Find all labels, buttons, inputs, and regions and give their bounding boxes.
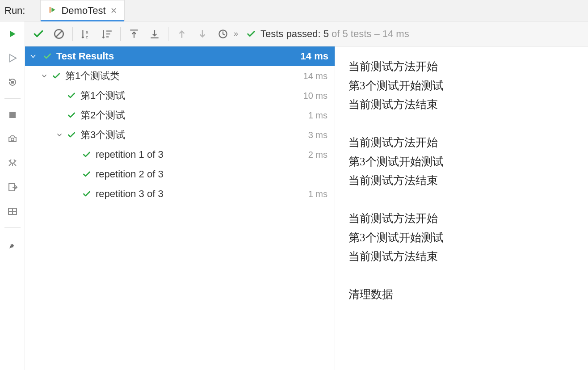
run-config-icon: [48, 5, 57, 17]
chevron-down-icon[interactable]: [29, 53, 37, 60]
expand-all-button[interactable]: [124, 25, 144, 43]
console-line: 当前测试方法结束: [349, 95, 575, 114]
tree-row-label: repetition 1 of 3: [96, 149, 164, 160]
rerun-failed-button[interactable]: [4, 74, 21, 90]
status-prefix: Tests passed: 5: [260, 28, 329, 39]
tree-row-time: 14 ms: [303, 71, 328, 81]
check-icon: [82, 170, 91, 179]
tree-row[interactable]: repetition 2 of 3: [25, 164, 335, 184]
next-failed-button[interactable]: [193, 25, 212, 43]
console-line: 当前测试方法结束: [349, 171, 575, 190]
console-output[interactable]: 当前测试方法开始第3个测试开始测试当前测试方法结束 当前测试方法开始第3个测试开…: [335, 46, 588, 370]
console-line: 第3个测试开始测试: [349, 76, 575, 96]
show-ignored-button[interactable]: [49, 25, 69, 43]
check-icon: [246, 29, 256, 39]
collapse-all-button[interactable]: [145, 25, 164, 43]
tree-row-time: 1 ms: [308, 110, 328, 121]
console-line: 当前测试方法开始: [349, 57, 575, 76]
tree-row-label: 第2个测试: [80, 109, 125, 122]
tab-bar: Run: DemoTest ✕: [0, 0, 588, 21]
check-icon: [43, 52, 52, 61]
left-toolbar: [0, 21, 25, 370]
console-line: [349, 114, 575, 134]
tree-row[interactable]: 第1个测试10 ms: [25, 86, 335, 105]
console-line: 第3个测试开始测试: [349, 152, 575, 172]
tree-row-time: 10 ms: [303, 91, 328, 101]
show-passed-button[interactable]: [29, 25, 48, 43]
prev-failed-button[interactable]: [172, 25, 192, 43]
separator: [72, 27, 73, 41]
rerun-button[interactable]: [4, 50, 21, 66]
run-tab[interactable]: DemoTest ✕: [40, 0, 124, 21]
check-icon: [67, 111, 76, 120]
tree-row-label: repetition 2 of 3: [96, 168, 164, 180]
tree-row-label: repetition 3 of 3: [96, 188, 164, 200]
console-line: 当前测试方法开始: [349, 133, 575, 152]
stop-button[interactable]: [4, 107, 21, 123]
check-icon: [52, 71, 61, 80]
run-tab-title: DemoTest: [61, 5, 105, 17]
separator: [120, 27, 121, 41]
exit-button[interactable]: [4, 179, 21, 195]
tree-row-time: 3 ms: [308, 130, 328, 140]
test-history-button[interactable]: [213, 25, 233, 43]
console-line: 清理数据: [349, 285, 575, 304]
console-line: 当前测试方法开始: [349, 209, 575, 228]
tree-root-label: Test Results: [56, 50, 114, 62]
tree-row-time: 2 ms: [308, 150, 328, 160]
tree-row[interactable]: 第1个测试类14 ms: [25, 66, 335, 86]
check-icon: [67, 130, 76, 139]
chevron-down-icon[interactable]: [40, 73, 48, 79]
run-button[interactable]: [4, 26, 21, 42]
tree-row[interactable]: 第3个测试3 ms: [25, 125, 335, 145]
tree-row[interactable]: repetition 1 of 32 ms: [25, 145, 335, 164]
tree-root-row[interactable]: Test Results 14 ms: [25, 46, 335, 66]
pin-button[interactable]: [4, 236, 21, 252]
separator: [168, 27, 168, 41]
chevron-down-icon[interactable]: [55, 132, 63, 138]
test-toolbar: » Tests passed: 5 of 5 tests – 14 ms: [25, 21, 588, 46]
check-icon: [67, 91, 76, 100]
debug-button[interactable]: [4, 155, 21, 171]
divider: [4, 98, 21, 99]
console-line: 当前测试方法结束: [349, 247, 575, 266]
check-icon: [82, 189, 91, 198]
console-line: 第3个测试开始测试: [349, 228, 575, 248]
more-tools-button[interactable]: »: [234, 29, 239, 38]
tree-root-time: 14 ms: [301, 50, 328, 62]
sort-alpha-button[interactable]: [76, 25, 96, 43]
close-icon[interactable]: ✕: [110, 6, 117, 16]
test-tree[interactable]: Test Results 14 ms 第1个测试类14 ms第1个测试10 ms…: [25, 46, 335, 370]
check-icon: [82, 150, 91, 159]
tree-row[interactable]: repetition 3 of 31 ms: [25, 184, 335, 204]
tree-row-label: 第1个测试: [80, 89, 125, 102]
sort-duration-button[interactable]: [97, 25, 117, 43]
layout-button[interactable]: [4, 203, 21, 219]
tree-row-time: 1 ms: [308, 189, 328, 199]
tree-row[interactable]: 第2个测试1 ms: [25, 105, 335, 125]
console-line: [349, 190, 575, 210]
tree-row-label: 第1个测试类: [65, 69, 120, 83]
status-suffix: of 5 tests – 14 ms: [329, 28, 409, 39]
test-status: Tests passed: 5 of 5 tests – 14 ms: [243, 28, 584, 40]
tree-row-label: 第3个测试: [80, 128, 125, 142]
divider: [4, 227, 21, 228]
run-label: Run:: [4, 5, 25, 17]
console-line: [349, 266, 575, 286]
dump-threads-button[interactable]: [4, 131, 21, 147]
